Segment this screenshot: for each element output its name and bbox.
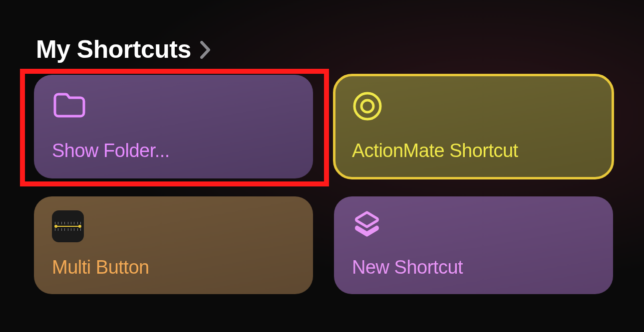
shortcuts-grid: Show Folder... ActionMate Shortcut xyxy=(34,75,613,294)
shortcut-tile-show-folder[interactable]: Show Folder... xyxy=(34,75,313,178)
chevron-right-icon xyxy=(200,41,211,61)
ruler-app-icon xyxy=(52,210,84,242)
shortcut-tile-actionmate[interactable]: ActionMate Shortcut xyxy=(334,75,613,178)
target-icon xyxy=(352,91,383,124)
shortcut-label: Show Folder... xyxy=(52,140,295,162)
shortcuts-icon xyxy=(352,210,382,244)
shortcut-label: Multi Button xyxy=(52,257,295,278)
shortcut-tile-multi-button[interactable]: Multi Button xyxy=(34,196,313,294)
selection-outline xyxy=(333,74,614,179)
svg-point-1 xyxy=(361,100,373,112)
shortcut-label: ActionMate Shortcut xyxy=(352,140,595,162)
page-title: My Shortcuts xyxy=(36,35,191,64)
shortcut-tile-new-shortcut[interactable]: New Shortcut xyxy=(334,196,613,294)
svg-point-0 xyxy=(354,93,380,119)
header[interactable]: My Shortcuts xyxy=(36,35,614,64)
highlight-annotation xyxy=(20,69,329,186)
shortcut-label: New Shortcut xyxy=(352,257,595,278)
folder-icon xyxy=(52,91,87,122)
